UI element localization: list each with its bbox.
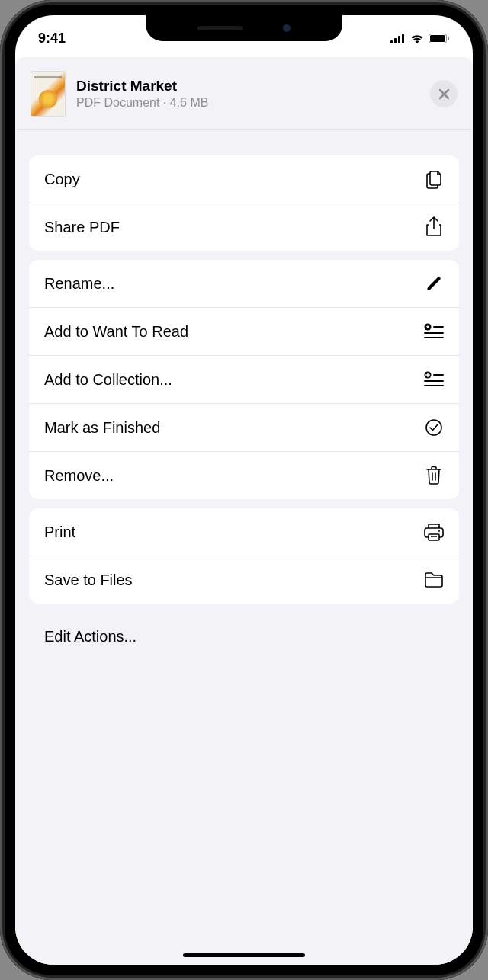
svg-rect-0 [390,40,393,43]
share-sheet: District Market PDF Document · 4.6 MB [15,57,473,965]
actions-list: Copy Share PDF [15,130,473,661]
svg-rect-2 [398,36,400,43]
edit-actions-button[interactable]: Edit Actions... [29,613,459,661]
remove-action[interactable]: Remove... [29,451,459,499]
svg-rect-19 [429,534,439,540]
folder-icon [424,570,444,590]
action-label: Add to Want To Read [44,323,188,341]
document-title: District Market [76,78,430,94]
action-label: Copy [44,171,80,188]
checkmark-circle-icon [424,418,444,437]
svg-rect-6 [448,37,449,40]
copy-action[interactable]: Copy [29,155,459,203]
add-to-want-to-read-action[interactable]: Add to Want To Read [29,307,459,355]
svg-rect-3 [402,34,404,43]
plus-list-icon [424,370,444,389]
print-action[interactable]: Print [29,508,459,556]
share-pdf-action[interactable]: Share PDF [29,203,459,251]
printer-icon [424,522,444,542]
close-button[interactable] [430,80,458,107]
add-to-collection-action[interactable]: Add to Collection... [29,355,459,403]
action-group: Copy Share PDF [29,155,459,251]
action-label: Add to Collection... [44,371,172,389]
pencil-icon [424,274,444,293]
action-label: Share PDF [44,219,120,236]
signal-icon [390,34,406,43]
action-group: Rename... Add to Want To Read [29,260,459,499]
action-label: Mark as Finished [44,419,160,437]
star-list-icon [424,322,444,341]
close-icon [438,88,450,100]
svg-point-21 [438,530,440,532]
trash-icon [424,466,444,485]
svg-point-15 [426,420,441,435]
screen: 9:41 [15,15,473,965]
action-label: Print [44,524,75,541]
share-icon [424,217,444,237]
battery-icon [429,34,450,43]
home-indicator[interactable] [183,953,305,957]
action-label: Save to Files [44,572,133,589]
copy-icon [424,169,444,189]
action-group: Print Save to Files [29,508,459,604]
mark-as-finished-action[interactable]: Mark as Finished [29,403,459,451]
device-frame: 9:41 [0,0,488,980]
notch [146,15,342,41]
svg-rect-1 [394,38,396,43]
document-subtitle: PDF Document · 4.6 MB [76,96,430,110]
wifi-icon [410,34,424,43]
sheet-header: District Market PDF Document · 4.6 MB [15,57,473,130]
save-to-files-action[interactable]: Save to Files [29,556,459,604]
rename-action[interactable]: Rename... [29,260,459,307]
action-label: Rename... [44,275,114,293]
action-label: Remove... [44,467,114,485]
document-thumbnail [30,71,66,117]
svg-rect-5 [430,35,445,42]
status-time: 9:41 [38,30,66,46]
